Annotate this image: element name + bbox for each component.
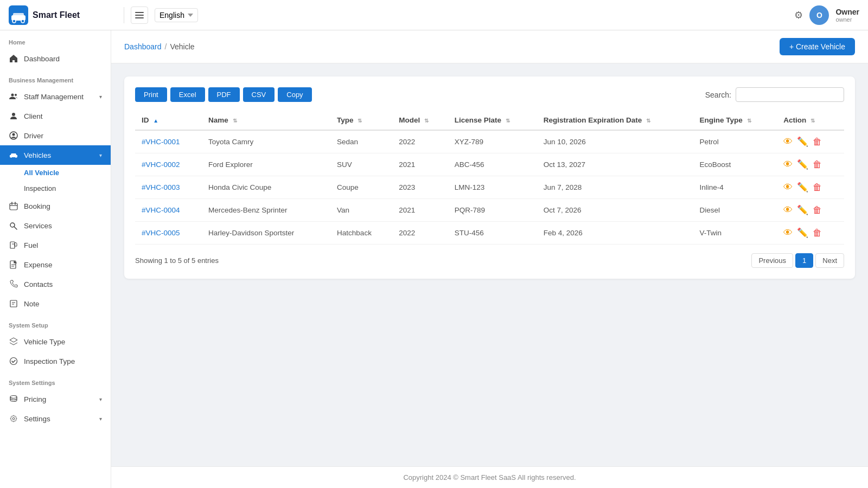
sidebar-item-vehicle-type[interactable]: Vehicle Type [0,332,111,351]
view-button[interactable]: 👁 [783,137,793,147]
cell-action: 👁 ✏️ 🗑 [777,130,844,153]
sidebar-item-label: Inspection Type [24,357,102,365]
print-button[interactable]: Print [135,87,167,102]
sidebar-item-staff[interactable]: Staff Management ▾ [0,87,111,106]
cell-license-plate: PQR-789 [448,199,537,222]
sidebar-item-note[interactable]: Note [0,294,111,313]
sidebar-item-pricing[interactable]: Pricing ▾ [0,389,111,409]
sidebar-item-fuel[interactable]: Fuel [0,235,111,255]
delete-button[interactable]: 🗑 [813,182,822,193]
col-model[interactable]: Model ⇅ [392,111,448,130]
sidebar-item-settings[interactable]: Settings ▾ [0,409,111,428]
cell-license-plate: ABC-456 [448,153,537,176]
edit-button[interactable]: ✏️ [797,159,808,170]
home-icon [9,54,18,63]
chevron-down-icon: ▾ [99,94,102,100]
car-icon [9,150,18,160]
svg-point-10 [12,113,15,116]
section-system-settings: System Settings [0,371,111,389]
sidebar-item-contacts[interactable]: Contacts [0,274,111,294]
key-icon [9,221,18,230]
delete-button[interactable]: 🗑 [813,228,822,239]
search-area: Search: [705,87,844,102]
svg-point-20 [10,396,17,399]
sidebar-item-label: Pricing [24,395,94,403]
page-1-button[interactable]: 1 [795,253,813,268]
delete-button[interactable]: 🗑 [813,205,822,216]
pdf-button[interactable]: PDF [208,87,240,102]
sort-icon-reg: ⇅ [646,118,650,124]
section-system-setup: System Setup [0,313,111,332]
content-body: Print Excel PDF CSV Copy Search: [111,63,868,466]
edit-button[interactable]: ✏️ [797,136,808,147]
view-button[interactable]: 👁 [783,182,793,193]
edit-button[interactable]: ✏️ [797,182,808,193]
cell-model: 2022 [392,130,448,153]
settings-gear-button[interactable]: ⚙ [794,9,803,21]
sidebar-item-client[interactable]: Client [0,106,111,126]
cell-id: #VHC-0005 [135,222,202,245]
table-row: #VHC-0004 Mercedes-Benz Sprinter Van 202… [135,199,844,222]
col-reg-exp-date[interactable]: Registration Expiration Date ⇅ [537,111,693,130]
copy-button[interactable]: Copy [278,87,311,102]
search-input[interactable] [736,87,844,102]
sidebar-item-label: Services [24,222,102,230]
vehicles-table: ID ▲ Name ⇅ Type ⇅ [135,111,844,245]
search-label: Search: [705,91,731,99]
delete-button[interactable]: 🗑 [813,159,822,170]
sidebar-item-inspection-type[interactable]: Inspection Type [0,351,111,371]
layers-icon [9,337,18,346]
sidebar-item-label: Dashboard [24,55,102,63]
sidebar-item-vehicles[interactable]: Vehicles ▾ [0,145,111,165]
excel-button[interactable]: Excel [170,87,205,102]
sidebar-item-booking[interactable]: Booking [0,196,111,216]
chevron-down-icon: ▾ [99,152,102,158]
menu-toggle-button[interactable] [131,7,148,24]
cell-type: Sedan [330,130,392,153]
sidebar-sub-item-inspection[interactable]: Inspection [24,181,111,196]
sidebar-item-label: Driver [24,132,102,140]
csv-button[interactable]: CSV [243,87,275,102]
col-type[interactable]: Type ⇅ [330,111,392,130]
sidebar-item-services[interactable]: Services [0,216,111,235]
svg-point-13 [11,156,12,157]
col-action[interactable]: Action ⇅ [777,111,844,130]
cell-name: Honda Civic Coupe [202,176,330,199]
topbar-divider [124,7,124,23]
col-engine-type[interactable]: Engine Type ⇅ [693,111,777,130]
edit-button[interactable]: ✏️ [797,204,808,216]
cell-model: 2021 [392,199,448,222]
main-content: Dashboard / Vehicle + Create Vehicle Pri… [111,30,868,488]
table-row: #VHC-0003 Honda Civic Coupe Coupe 2023 L… [135,176,844,199]
next-button[interactable]: Next [815,253,844,268]
sidebar-item-driver[interactable]: Driver [0,126,111,145]
sidebar-item-dashboard[interactable]: Dashboard [0,49,111,68]
edit-button[interactable]: ✏️ [797,227,808,239]
svg-rect-15 [10,203,17,210]
view-button[interactable]: 👁 [783,159,793,170]
sidebar-item-expense[interactable]: Expense [0,255,111,274]
copyright-text: Copyright 2024 © Smart Fleet SaaS All ri… [403,473,576,481]
sidebar: Home Dashboard Business Management Staff… [0,30,111,488]
view-button[interactable]: 👁 [783,205,793,216]
delete-button[interactable]: 🗑 [813,137,822,147]
col-license-plate[interactable]: License Plate ⇅ [448,111,537,130]
col-id[interactable]: ID ▲ [135,111,202,130]
sort-icon-id: ▲ [153,118,158,124]
cell-action: 👁 ✏️ 🗑 [777,199,844,222]
sidebar-sub-item-all-vehicle[interactable]: All Vehicle [24,165,111,181]
cell-reg-exp-date: Oct 13, 2027 [537,153,693,176]
previous-button[interactable]: Previous [751,253,793,268]
cell-id: #VHC-0003 [135,176,202,199]
user-icon [9,111,18,121]
breadcrumb-parent[interactable]: Dashboard [124,42,162,51]
cell-engine-type: EcoBoost [693,153,777,176]
sort-icon-name: ⇅ [233,118,237,124]
topbar-right: ⚙ O Owner owner [794,5,859,25]
language-select[interactable]: English French Arabic [155,8,198,22]
create-vehicle-button[interactable]: + Create Vehicle [780,38,855,55]
sort-icon-engine: ⇅ [747,118,751,124]
col-name[interactable]: Name ⇅ [202,111,330,130]
view-button[interactable]: 👁 [783,228,793,239]
cell-action: 👁 ✏️ 🗑 [777,153,844,176]
